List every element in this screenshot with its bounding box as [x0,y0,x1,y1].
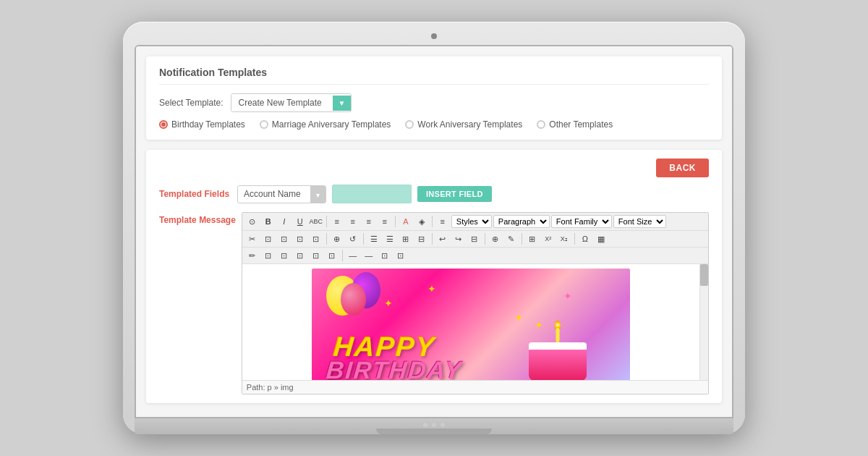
field-dropdown-value: Account Name [238,186,310,202]
tb-anchor-btn[interactable]: ⊟ [467,232,482,245]
field-dropdown-arrow[interactable] [310,186,326,203]
editor-scrollbar[interactable] [699,264,708,380]
rich-text-editor[interactable]: ⊙ B I U ABC ≡ ≡ ≡ ≡ A ◈ [242,212,709,394]
tb-subscript-btn[interactable]: X₂ [557,232,571,245]
tb-print-btn[interactable]: ⊡ [261,249,276,262]
radio-work[interactable]: Work Aniversary Templates [405,119,522,130]
panel-title: Notification Templates [159,67,709,85]
sparkle-4: ✦ [563,290,572,302]
tb-preview-btn[interactable]: ✏ [245,249,260,262]
sparkle-3: ✦ [514,312,523,324]
tb-align-justify-btn[interactable]: ≡ [378,215,392,228]
toolbar-separator-9 [574,233,575,245]
templated-fields-row: Templated Fields Account Name INSERT FIE… [159,185,709,203]
tb-media-btn[interactable]: ⊡ [293,249,307,262]
tb-spell-btn[interactable]: ⊡ [277,249,292,262]
tb-font-color-btn[interactable]: A [399,215,413,228]
tb-list-ul-btn[interactable]: ☰ [367,232,381,245]
tb-italic-btn[interactable]: I [277,215,292,228]
radio-other[interactable]: Other Templates [537,119,613,130]
tb-special-char-btn[interactable]: Ω [578,232,592,245]
tb-list-ol-btn[interactable]: ☰ [383,232,397,245]
template-dropdown-arrow[interactable] [333,96,352,111]
template-message-label: Template Message [159,212,236,225]
tb-paste-text-btn[interactable]: ⊡ [293,232,307,245]
tb-temp-btn3[interactable]: ⊡ [378,249,392,262]
tb-replace-btn[interactable]: ↺ [346,232,360,245]
dot-1 [423,423,427,427]
select-template-row: Select Template: Create New Template [159,93,709,112]
tb-image-btn[interactable]: ⊕ [488,232,503,245]
editor-panel: BACK Templated Fields Account Name INSER… [146,150,722,403]
dot-3 [441,423,445,427]
tb-styles-icon: ≡ [435,215,450,228]
tb-unlink-btn[interactable]: ↪ [451,232,466,245]
toolbar-separator-8 [522,233,522,245]
tb-hr-btn2[interactable]: — [362,249,376,262]
toolbar-separator-1 [326,216,327,227]
radio-birthday[interactable]: Birthday Templates [159,119,245,130]
field-value-input[interactable] [332,185,412,203]
tb-copy-btn[interactable]: ⊡ [261,232,276,245]
screen-content: Notification Templates Select Template: … [136,46,732,417]
tb-source-btn[interactable]: ⊙ [245,215,260,228]
radio-dot-other [537,120,545,129]
tb-indent-btn[interactable]: ⊞ [399,232,413,245]
candle [556,328,559,342]
tb-align-right-btn[interactable]: ≡ [362,215,376,228]
template-dropdown[interactable]: Create New Template [231,93,352,112]
radio-label-marriage: Marriage Aniversary Templates [272,119,391,130]
birthday-image: ✦ ✦ ✦ ✦ ✦ HAPPY BIRTHDAY [312,269,630,380]
radio-dot-work [405,120,414,129]
template-message-row: Template Message ⊙ B I U ABC ≡ ≡ ≡ [159,212,709,394]
tb-hr-btn1[interactable]: — [346,249,360,262]
back-btn-row: BACK [159,159,709,177]
tb-font-family-select[interactable]: Font Family [551,215,612,228]
tb-outdent-btn[interactable]: ⊟ [414,232,429,245]
editor-content-area[interactable]: ✦ ✦ ✦ ✦ ✦ HAPPY BIRTHDAY [242,264,708,380]
tb-font-size-select[interactable]: Font Size [613,215,666,228]
scrollbar-thumb[interactable] [700,264,708,286]
tb-bold-btn[interactable]: B [261,215,276,228]
tb-temp-btn4[interactable]: ⊡ [393,249,408,262]
tb-flash-btn[interactable]: ✎ [504,232,519,245]
toolbar-separator-5 [363,233,364,245]
toolbar-separator-3 [432,216,433,227]
editor-path-bar: Path: p » img [242,380,708,394]
tb-table-btn[interactable]: ⊞ [525,232,540,245]
sparkle-1: ✦ [384,297,393,309]
laptop-base [135,418,733,434]
tb-highlight-btn[interactable]: ◈ [414,215,429,228]
laptop-frame: Notification Templates Select Template: … [123,22,745,434]
radio-dot-birthday [159,120,168,129]
dot-2 [432,423,436,427]
radio-dot-marriage [260,120,268,129]
radio-marriage[interactable]: Marriage Aniversary Templates [260,119,391,130]
tb-temp-btn1[interactable]: ⊡ [309,249,323,262]
insert-field-button[interactable]: INSERT FIELD [417,186,492,202]
tb-link-btn[interactable]: ↩ [435,232,450,245]
tb-paste-word-btn[interactable]: ⊡ [309,232,323,245]
template-dropdown-value: Create New Template [231,94,333,111]
field-type-dropdown[interactable]: Account Name [237,185,326,203]
tb-align-center-btn[interactable]: ≡ [346,215,360,228]
tb-underline-btn[interactable]: U [293,215,307,228]
tb-strikethrough-btn[interactable]: ABC [309,215,323,228]
radio-label-work: Work Aniversary Templates [417,119,522,130]
toolbar-separator-2 [395,216,396,227]
tb-styles-select[interactable]: Styles [451,215,492,228]
tb-paragraph-select[interactable]: Paragraph [493,215,550,228]
tb-temp-btn2[interactable]: ⊡ [325,249,339,262]
tb-superscript-btn[interactable]: X² [541,232,556,245]
tb-align-left-btn[interactable]: ≡ [330,215,344,228]
tb-cut-btn[interactable]: ✂ [245,232,260,245]
tb-iframe-btn[interactable]: ▦ [594,232,608,245]
birthday-text: BIRTHDAY [325,356,464,380]
back-button[interactable]: BACK [656,159,709,177]
editor-toolbar-3: ✏ ⊡ ⊡ ⊡ ⊡ ⊡ — — ⊡ ⊡ [242,248,708,264]
tb-find-btn[interactable]: ⊕ [330,232,344,245]
birthday-cake [529,348,587,380]
cake-body [529,348,587,380]
toolbar-separator-6 [432,233,433,245]
tb-paste-btn[interactable]: ⊡ [277,232,292,245]
